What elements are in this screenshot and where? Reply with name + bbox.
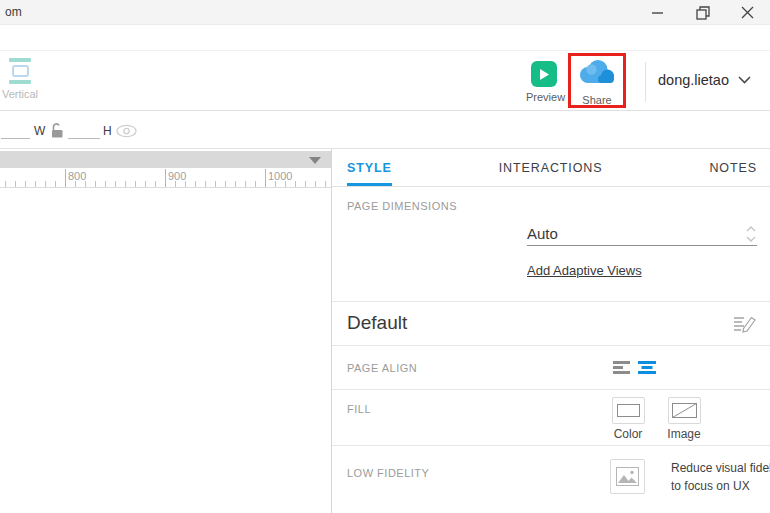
low-fidelity-description: Reduce visual fidelity to focus on UX: [671, 459, 770, 495]
restore-button[interactable]: [680, 0, 725, 25]
low-fidelity-section: LOW FIDELITY Reduce visual fidelity to f…: [332, 446, 770, 513]
ruler-options-caret-icon[interactable]: [309, 157, 321, 164]
unlock-icon: [49, 122, 64, 138]
horizontal-ruler: 800 900 1000: [0, 168, 331, 188]
height-label: H: [103, 124, 112, 138]
play-icon: [531, 61, 557, 87]
align-left-button[interactable]: [613, 361, 630, 377]
fill-color-swatch-icon: [612, 397, 645, 424]
tab-notes[interactable]: NOTES: [709, 149, 757, 186]
window-controls: [635, 0, 770, 25]
cloud-share-icon: [576, 58, 618, 86]
low-fidelity-label: LOW FIDELITY: [347, 467, 429, 479]
canvas-column: 800 900 1000: [0, 149, 332, 513]
workspace: 800 900 1000 STYLE INTERACTIONS NOTES PA…: [0, 149, 770, 513]
visibility-button[interactable]: [116, 124, 137, 141]
toolbar-divider: [645, 62, 646, 102]
width-label: W: [34, 124, 45, 138]
fill-label: FILL: [347, 403, 371, 415]
inspector-tabs: STYLE INTERACTIONS NOTES: [332, 149, 770, 187]
fill-color-label: Color: [600, 427, 656, 441]
align-left-icon: [613, 361, 630, 374]
preview-label: Preview: [526, 91, 562, 103]
ruler-label-900: 900: [168, 170, 186, 182]
chevron-down-icon: [738, 76, 751, 84]
align-center-icon: [638, 361, 656, 374]
stepper-chevrons-icon[interactable]: [746, 226, 756, 242]
minimize-button[interactable]: [635, 0, 680, 25]
tab-style[interactable]: STYLE: [347, 149, 392, 186]
ruler-label-1000: 1000: [268, 170, 292, 182]
ruler-label-800: 800: [68, 170, 86, 182]
align-center-button[interactable]: [638, 361, 656, 377]
fill-color-button[interactable]: Color: [600, 397, 656, 441]
inspector-panel: STYLE INTERACTIONS NOTES PAGE DIMENSIONS…: [332, 149, 770, 513]
account-name: dong.lietao: [658, 72, 729, 88]
window-title: om: [0, 5, 22, 19]
page-align-label: PAGE ALIGN: [347, 362, 417, 374]
picture-icon: [616, 467, 639, 486]
align-vertical-icon: [8, 58, 32, 84]
edit-style-icon: [733, 314, 757, 334]
page-dimensions-label: PAGE DIMENSIONS: [347, 200, 457, 212]
titlebar: om: [0, 0, 770, 25]
dimension-bar: W H: [0, 111, 770, 149]
tab-interactions[interactable]: INTERACTIONS: [499, 149, 603, 186]
preview-button[interactable]: Preview: [526, 61, 562, 103]
account-menu[interactable]: dong.lietao: [658, 72, 751, 88]
page-align-section: PAGE ALIGN: [332, 346, 770, 390]
align-vertical-tool[interactable]: Vertical: [0, 58, 48, 100]
minimize-icon: [652, 12, 663, 14]
axure-app-window: om Vertical: [0, 0, 770, 513]
add-adaptive-views-link[interactable]: Add Adaptive Views: [527, 263, 642, 278]
fill-image-swatch-icon: [668, 397, 701, 424]
lock-ratio-button[interactable]: [49, 122, 64, 141]
style-name-title: Default: [347, 312, 407, 334]
style-name-section: Default: [332, 302, 770, 346]
close-icon: [741, 6, 754, 19]
low-fidelity-toggle-button[interactable]: [610, 459, 645, 494]
page-dimensions-select[interactable]: Auto: [527, 223, 757, 246]
width-input[interactable]: [1, 121, 30, 139]
close-button[interactable]: [725, 0, 770, 25]
page-dimensions-section: PAGE DIMENSIONS Auto Add Adaptive Views: [332, 187, 770, 302]
share-button[interactable]: Share: [571, 58, 623, 106]
design-canvas[interactable]: [0, 188, 331, 513]
restore-icon: [696, 6, 710, 20]
height-input[interactable]: [68, 121, 100, 139]
align-vertical-label: Vertical: [0, 88, 48, 100]
main-toolbar: Vertical Preview Share: [0, 25, 770, 111]
horizontal-scrollbar[interactable]: [0, 151, 331, 168]
share-label: Share: [571, 94, 623, 106]
edit-style-button[interactable]: [733, 314, 757, 337]
fill-image-label: Image: [656, 427, 712, 441]
page-dimensions-value: Auto: [527, 225, 558, 242]
fill-section: FILL Color Image: [332, 390, 770, 446]
fill-image-button[interactable]: Image: [656, 397, 712, 441]
eye-icon: [116, 124, 137, 138]
